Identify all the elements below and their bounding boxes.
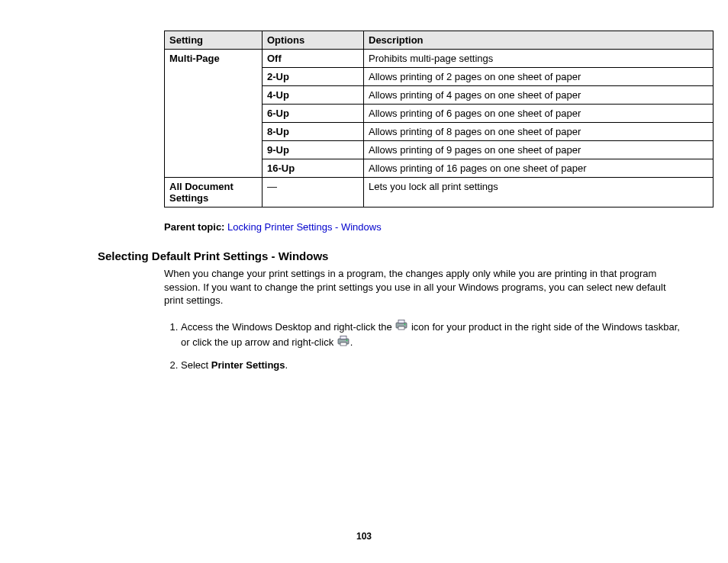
svg-rect-5 — [340, 336, 346, 339]
printer-icon — [337, 336, 350, 351]
cell-desc: Lets you lock all print settings — [364, 178, 714, 208]
parent-topic-label: Parent topic: — [164, 221, 224, 233]
table-row: All Document Settings — Lets you lock al… — [165, 178, 714, 208]
cell-desc: Allows printing of 9 pages on one sheet … — [364, 141, 714, 159]
cell-desc: Allows printing of 6 pages on one sheet … — [364, 105, 714, 123]
cell-option: 4-Up — [263, 86, 364, 105]
parent-topic: Parent topic: Locking Printer Settings -… — [164, 221, 682, 233]
section-heading: Selecting Default Print Settings - Windo… — [98, 249, 682, 262]
cell-desc: Allows printing of 16 pages on one sheet… — [364, 159, 714, 178]
col-description: Description — [364, 31, 714, 50]
step-bold: Printer Settings — [211, 359, 285, 371]
cell-desc: Prohibits multi-page settings — [364, 50, 714, 68]
steps-list: Access the Windows Desktop and right-cli… — [164, 320, 682, 373]
col-options: Options — [263, 31, 364, 50]
svg-rect-1 — [398, 320, 404, 323]
svg-point-7 — [346, 339, 347, 341]
table-row: Multi-Page Off Prohibits multi-page sett… — [165, 50, 714, 68]
step-text: Select — [181, 359, 211, 371]
printer-icon — [395, 320, 407, 335]
cell-desc: Allows printing of 8 pages on one sheet … — [364, 123, 714, 141]
step-text: . — [350, 336, 353, 348]
cell-option: 9-Up — [263, 141, 364, 159]
cell-option: 2-Up — [263, 68, 364, 86]
svg-point-3 — [404, 324, 406, 326]
cell-option: — — [263, 178, 364, 208]
col-setting: Setting — [165, 31, 263, 50]
cell-option: Off — [263, 50, 364, 68]
cell-desc: Allows printing of 2 pages on one sheet … — [364, 68, 714, 86]
cell-desc: Allows printing of 4 pages on one sheet … — [364, 86, 714, 105]
settings-table: Setting Options Description Multi-Page O… — [164, 31, 714, 208]
step-1: Access the Windows Desktop and right-cli… — [181, 320, 682, 351]
svg-rect-2 — [398, 327, 404, 330]
cell-option: 8-Up — [263, 123, 364, 141]
parent-topic-link[interactable]: Locking Printer Settings - Windows — [227, 221, 382, 233]
step-text: Access the Windows Desktop and right-cli… — [181, 321, 395, 333]
step-text: . — [285, 359, 288, 371]
step-2: Select Printer Settings. — [181, 358, 682, 373]
cell-option: 6-Up — [263, 105, 364, 123]
intro-paragraph: When you change your print settings in a… — [164, 267, 675, 307]
cell-setting: Multi-Page — [165, 50, 263, 178]
cell-option: 16-Up — [263, 159, 364, 178]
svg-rect-6 — [340, 343, 346, 346]
cell-setting: All Document Settings — [165, 178, 263, 208]
